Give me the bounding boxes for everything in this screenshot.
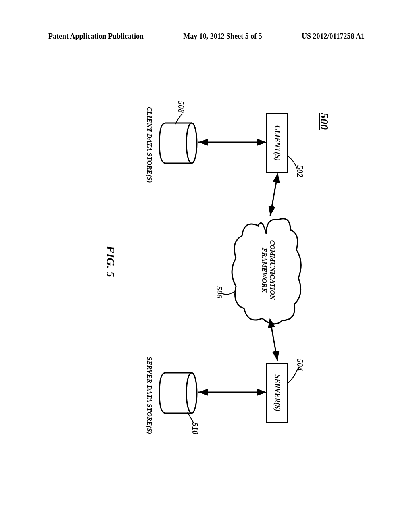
figure-caption: FIG. 5 [104, 246, 117, 277]
server-datastore-icon [157, 371, 198, 415]
figure-number: 500 [318, 113, 331, 130]
leader-504 [286, 369, 298, 385]
page-header: Patent Application Publication May 10, 2… [0, 32, 413, 41]
arrow-client-cloud [262, 173, 286, 222]
leader-508 [173, 113, 184, 125]
arrow-cloud-server [262, 318, 286, 367]
svg-line-2 [270, 175, 277, 216]
server-box: SERVER(S) [266, 363, 288, 423]
leader-510 [186, 411, 196, 425]
client-datastore-icon [157, 121, 198, 165]
ref-508: 508 [176, 101, 186, 113]
diagram: 500 CLIENT(S) SERVER(S) COMMUNICATION FR… [60, 89, 343, 451]
leader-506 [220, 290, 236, 302]
server-label: SERVER(S) [273, 374, 282, 411]
arrow-server-datastore [196, 386, 266, 398]
server-datastore-label: SERVER DATA STORE(S) [145, 357, 153, 434]
client-label: CLIENT(S) [273, 125, 282, 161]
diagram-container: 500 CLIENT(S) SERVER(S) COMMUNICATION FR… [20, 129, 383, 411]
client-box: CLIENT(S) [266, 113, 288, 173]
leader-502 [286, 155, 298, 171]
header-left: Patent Application Publication [48, 32, 144, 41]
cloud-label: COMMUNICATION FRAMEWORK [260, 228, 276, 312]
client-datastore-label: CLIENT DATA STORE(S) [145, 107, 153, 183]
svg-line-3 [270, 320, 277, 361]
arrow-client-datastore [196, 136, 266, 148]
header-right: US 2012/0117258 A1 [302, 32, 365, 41]
header-center: May 10, 2012 Sheet 5 of 5 [183, 32, 262, 41]
